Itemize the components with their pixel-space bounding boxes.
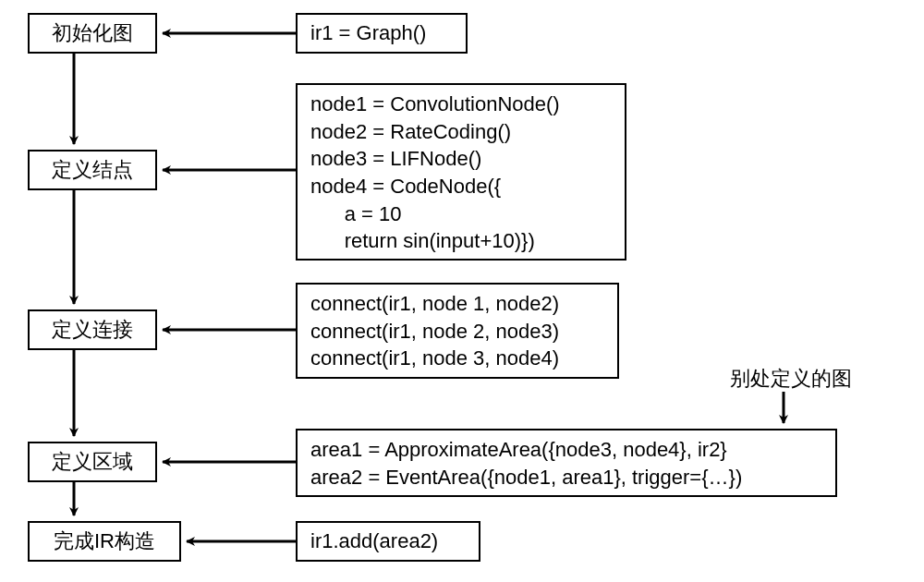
step-label: 初始化图 xyxy=(52,19,133,47)
step-label: 定义结点 xyxy=(52,156,133,184)
code-init-graph: ir1 = Graph() xyxy=(296,13,468,54)
code-text: ir1.add(area2) xyxy=(310,527,438,555)
step-label: 完成IR构造 xyxy=(54,527,155,555)
code-define-area: area1 = ApproximateArea({node3, node4}, … xyxy=(296,429,837,497)
step-finish-ir: 完成IR构造 xyxy=(28,521,181,562)
code-text: ir1 = Graph() xyxy=(310,19,426,47)
step-define-nodes: 定义结点 xyxy=(28,150,157,190)
step-init-graph: 初始化图 xyxy=(28,13,157,54)
step-label: 定义连接 xyxy=(52,316,133,344)
code-finish-ir: ir1.add(area2) xyxy=(296,521,480,562)
step-define-area: 定义区域 xyxy=(28,442,157,482)
annotation-external-graph: 别处定义的图 xyxy=(730,365,852,393)
code-text: node1 = ConvolutionNode() node2 = RateCo… xyxy=(310,91,560,255)
code-define-connections: connect(ir1, node 1, node2) connect(ir1,… xyxy=(296,283,619,379)
code-define-nodes: node1 = ConvolutionNode() node2 = RateCo… xyxy=(296,83,626,261)
code-text: area1 = ApproximateArea({node3, node4}, … xyxy=(310,436,742,491)
annotation-text: 别处定义的图 xyxy=(730,367,852,390)
step-define-connections: 定义连接 xyxy=(28,309,157,350)
code-text: connect(ir1, node 1, node2) connect(ir1,… xyxy=(310,290,559,372)
step-label: 定义区域 xyxy=(52,448,133,476)
